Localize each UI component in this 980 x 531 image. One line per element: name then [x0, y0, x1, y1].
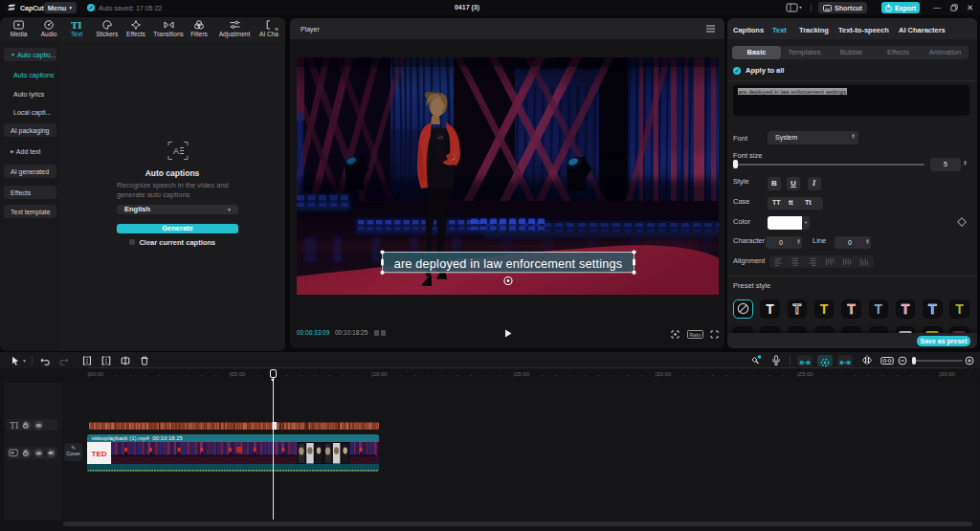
svg-text:TI: TI: [10, 420, 18, 431]
svg-text:TI: TI: [71, 20, 82, 30]
svg-text:are deployed in law enforcemen: are deployed in law enforcement settings: [393, 257, 622, 271]
svg-text:TED: TED: [91, 450, 106, 458]
svg-text:A: A: [173, 146, 179, 156]
